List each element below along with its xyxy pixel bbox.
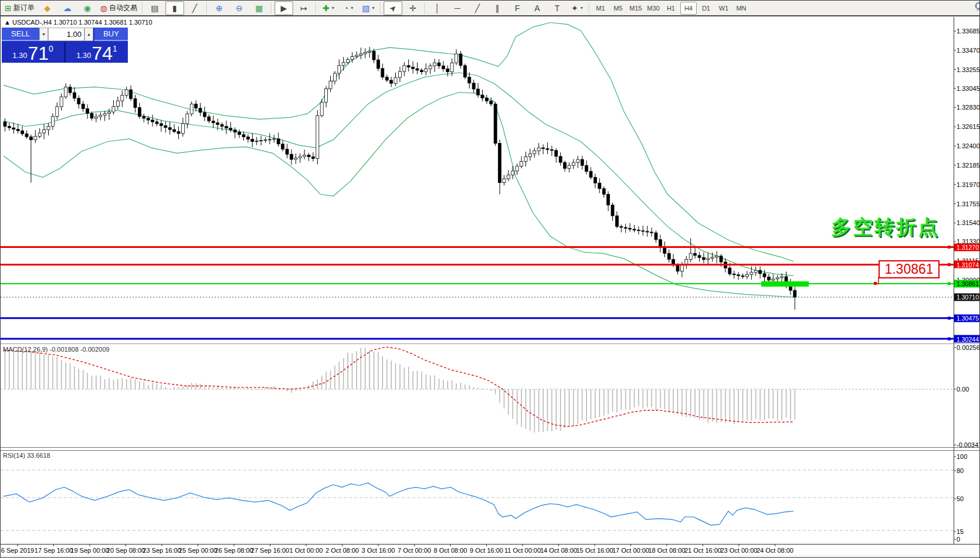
time-label: 17 Oct 00:00 — [612, 547, 649, 554]
rsi-axis-label: 15 — [957, 528, 964, 535]
rsi-axis-label: 50 — [957, 495, 964, 502]
rsi-axis-label: 0 — [957, 536, 960, 543]
symbol-marker-icon: ▲ — [4, 19, 11, 26]
time-label: 27 Sep 16:00 — [251, 547, 289, 554]
one-click-trading-panel: SELL ▼ 1.00 ▲ BUY 1.30 71 0 1.30 74 1 — [2, 28, 128, 63]
ohlc-high: 1.30744 — [79, 19, 102, 26]
price-badge-1.30475: 1.30475 — [954, 314, 980, 322]
callout-anchor-handle — [874, 282, 877, 285]
rsi-line — [4, 483, 794, 525]
buy-price-sup: 1 — [113, 44, 117, 53]
hline-handle-1.30861[interactable] — [948, 282, 951, 285]
sell-button[interactable]: SELL — [2, 28, 39, 41]
volume-increase-button[interactable]: ▲ — [84, 28, 93, 41]
price-tick-label: 1.31970 — [957, 181, 980, 188]
time-label: 2 Oct 08:00 — [325, 547, 359, 554]
hline-handle-1.30244[interactable] — [948, 338, 951, 341]
terminal-window: ⊞新订单◆☁◉◍自动交易▤▮╱⊕⊖▦▶↦✚▾◔▾▧▾➤✛│─╱∥FAT✦▾M1M… — [0, 0, 980, 558]
price-tick-label: 1.31540 — [957, 219, 980, 226]
time-label: 6 Sep 2019 — [1, 547, 34, 554]
price-tick-label: 1.33470 — [957, 47, 980, 54]
time-label: 14 Oct 08:00 — [540, 547, 577, 554]
buy-button[interactable]: BUY — [94, 28, 128, 41]
sell-price-display[interactable]: 1.30 71 0 — [2, 42, 64, 63]
time-label: 7 Oct 00:00 — [398, 547, 431, 554]
time-label: 19 Sep 00:00 — [70, 547, 108, 554]
time-label: 1 Oct 00:00 — [290, 547, 323, 554]
time-label: 3 Oct 16:00 — [362, 547, 395, 554]
buy-price-big: 74 — [91, 45, 113, 62]
bollinger-lower-band — [4, 93, 794, 298]
buy-price-small: 1.30 — [76, 51, 91, 60]
chart-canvas[interactable] — [1, 1, 980, 558]
price-tick-label: 1.32400 — [957, 142, 980, 149]
volume-input[interactable]: 1.00 — [48, 28, 84, 41]
time-label: 21 Oct 16:00 — [684, 547, 721, 554]
macd-indicator-label: MACD(12,26,9) -0.001808 -0.002009 — [3, 346, 110, 353]
symbol-period: USDCAD-,H4 — [12, 19, 52, 26]
sell-price-small: 1.30 — [12, 51, 27, 60]
ohlc-close: 1.30710 — [129, 19, 152, 26]
time-label: 17 Sep 16:00 — [35, 547, 73, 554]
time-label: 24 Oct 08:00 — [757, 547, 794, 554]
ohlc-open: 1.30710 — [53, 19, 77, 26]
price-callout-label[interactable]: 1.30861 — [879, 260, 940, 278]
ohlc-low: 1.30681 — [104, 19, 127, 26]
price-tick-label: 1.31755 — [957, 200, 980, 207]
hline-handle-1.3127[interactable] — [948, 246, 951, 249]
rsi-indicator-label: RSI(14) 33.6618 — [3, 452, 50, 459]
price-badge-1.31270: 1.31270 — [954, 243, 980, 251]
support-highlight-rectangle[interactable] — [761, 281, 809, 287]
macd-axis-label: -0.003479 — [957, 441, 980, 448]
price-tick-label: 1.32185 — [957, 162, 980, 169]
chart-ohlc-title: ▲ USDCAD-,H4 1.30710 1.30744 1.30681 1.3… — [4, 19, 152, 26]
rsi-axis-label: 100 — [957, 453, 967, 460]
time-label: 26 Sep 08:00 — [215, 547, 253, 554]
time-label: 23 Oct 00:00 — [721, 547, 758, 554]
sell-price-sup: 0 — [49, 44, 53, 53]
turning-point-annotation[interactable]: 多空转折点 — [831, 214, 940, 241]
price-tick-label: 1.32830 — [957, 104, 980, 111]
hline-handle-1.30475[interactable] — [948, 317, 951, 319]
time-label: 18 Oct 08:00 — [649, 547, 686, 554]
price-badge-1.30861: 1.30861 — [954, 280, 980, 287]
time-label: 9 Oct 16:00 — [470, 547, 503, 554]
time-label: 8 Oct 08:00 — [434, 547, 467, 554]
time-label: 20 Sep 08:00 — [107, 547, 145, 554]
price-badge-1.31074: 1.31074 — [954, 261, 980, 268]
time-label: 23 Sep 16:00 — [143, 547, 181, 554]
hline-handle-1.31074[interactable] — [948, 263, 951, 266]
price-tick-label: 1.33045 — [957, 85, 980, 92]
buy-price-display[interactable]: 1.30 74 1 — [66, 42, 128, 63]
rsi-axis-label: 80 — [957, 467, 964, 474]
price-badge-1.30710: 1.30710 — [954, 293, 980, 301]
macd-axis-label: 0.002561 — [957, 344, 980, 351]
macd-axis-label: 0.00 — [957, 386, 969, 393]
sell-price-big: 71 — [28, 45, 49, 62]
time-label: 11 Oct 00:00 — [504, 547, 541, 554]
price-tick-label: 1.33685 — [957, 28, 980, 35]
price-tick-label: 1.32615 — [957, 123, 980, 130]
price-tick-label: 1.33255 — [957, 66, 980, 73]
price-badge-1.30244: 1.30244 — [954, 335, 980, 343]
macd-histogram — [5, 348, 795, 433]
time-label: 25 Sep 00:00 — [179, 547, 217, 554]
time-label: 15 Oct 16:00 — [577, 547, 613, 554]
volume-decrease-button[interactable]: ▼ — [39, 28, 48, 41]
